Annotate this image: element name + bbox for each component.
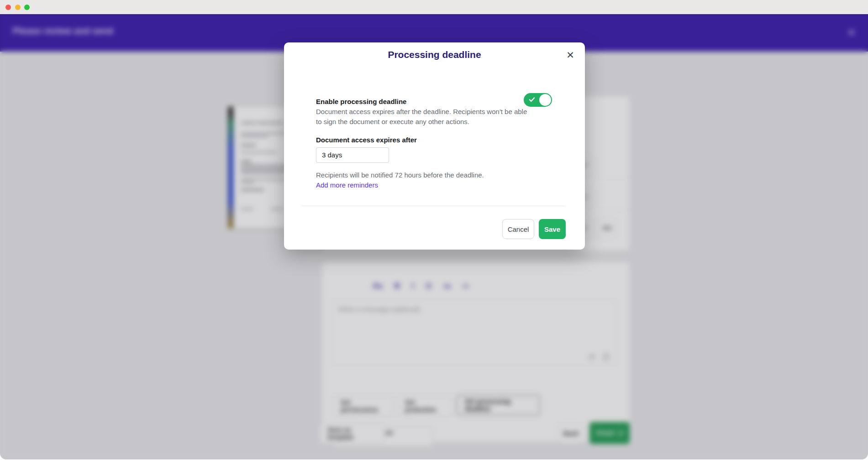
- cancel-button[interactable]: Cancel: [502, 219, 534, 239]
- close-traffic-light-icon[interactable]: [5, 5, 11, 10]
- add-more-reminders-link[interactable]: Add more reminders: [316, 181, 378, 189]
- enable-deadline-toggle[interactable]: [524, 93, 552, 107]
- minimize-traffic-light-icon[interactable]: [15, 5, 21, 10]
- dialog-title: Processing deadline: [284, 49, 585, 60]
- macos-titlebar: [0, 0, 868, 14]
- zoom-traffic-light-icon[interactable]: [24, 5, 30, 10]
- app-window: Please review and send ✕ COMPANY MEMORAN…: [0, 0, 868, 459]
- reminder-note: Recipients will be notified 72 hours bef…: [316, 171, 484, 179]
- save-button[interactable]: Save: [539, 219, 566, 239]
- expires-after-select[interactable]: 3 days: [316, 147, 389, 163]
- enable-deadline-description: Document access expires after the deadli…: [316, 107, 534, 127]
- save-label: Save: [544, 225, 560, 233]
- toggle-knob: [539, 94, 551, 106]
- enable-deadline-label: Enable processing deadline: [316, 98, 406, 105]
- expires-after-label: Document access expires after: [316, 136, 417, 144]
- dialog-divider: [301, 206, 565, 206]
- processing-deadline-dialog: Processing deadline ✕ Enable processing …: [284, 42, 585, 250]
- cancel-label: Cancel: [508, 225, 529, 233]
- close-icon[interactable]: ✕: [564, 49, 577, 62]
- check-icon: [529, 97, 535, 103]
